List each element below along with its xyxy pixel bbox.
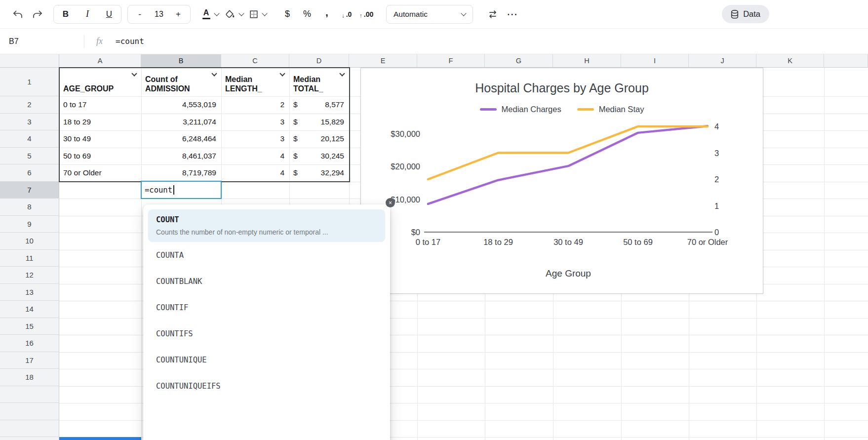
autocomplete-item[interactable]: COUNTUNIQUEIFS: [148, 373, 385, 399]
number-format-select[interactable]: Automatic: [386, 5, 473, 24]
row-header-13[interactable]: 13: [0, 284, 59, 301]
table-cell-median-length[interactable]: 4: [221, 164, 289, 182]
table-header-cell[interactable]: Count ofADMISSION: [141, 68, 221, 96]
underline-button[interactable]: U: [98, 5, 120, 23]
redo-button[interactable]: [28, 5, 47, 23]
row-header-11[interactable]: 11: [0, 250, 59, 267]
autocomplete-item[interactable]: COUNTBLANK: [148, 268, 385, 294]
chevron-down-icon[interactable]: [279, 71, 285, 76]
increase-font-size-button[interactable]: +: [167, 5, 189, 23]
table-cell-admissions[interactable]: 8,461,037: [141, 148, 221, 165]
currency-symbol: $: [293, 168, 298, 177]
currency-format-button[interactable]: $: [277, 5, 297, 23]
column-header-E[interactable]: E: [349, 54, 417, 68]
column-header-I[interactable]: I: [621, 54, 689, 68]
active-cell[interactable]: =count: [141, 181, 222, 199]
percent-format-button[interactable]: %: [297, 5, 317, 23]
borders-button[interactable]: [248, 5, 268, 23]
row-header-5[interactable]: 5: [0, 148, 59, 165]
table-cell-median-total[interactable]: $15,829: [289, 114, 349, 131]
font-size-value[interactable]: 13: [151, 10, 167, 19]
table-cell-median-total[interactable]: $32,294: [289, 164, 349, 182]
bold-button[interactable]: B: [55, 5, 77, 23]
row-header-blank: [0, 386, 59, 403]
chevron-down-icon[interactable]: [211, 71, 217, 76]
fill-color-button[interactable]: [224, 5, 244, 23]
column-header-G[interactable]: G: [485, 54, 553, 68]
function-name: COUNT: [156, 215, 377, 224]
decrease-decimals-button[interactable]: ↓ .0: [337, 5, 356, 23]
table-cell-median-total[interactable]: $8,577: [289, 96, 349, 114]
chevron-down-icon[interactable]: [339, 71, 345, 76]
table-cell-admissions[interactable]: 3,211,074: [141, 114, 221, 131]
autocomplete-item[interactable]: COUNTIFS: [148, 320, 385, 347]
currency-value: 30,245: [321, 152, 344, 160]
table-cell-age-group[interactable]: 30 to 49: [59, 130, 141, 148]
table-header-cell[interactable]: MedianLENGTH_: [221, 68, 289, 96]
column-header-C[interactable]: C: [221, 54, 289, 68]
autocomplete-item[interactable]: COUNTA: [148, 242, 385, 268]
increase-decimals-button[interactable]: ↑ .00: [356, 5, 376, 23]
close-icon[interactable]: ×: [386, 198, 395, 207]
column-header-B[interactable]: B: [141, 54, 221, 68]
row-header-3[interactable]: 3: [0, 114, 59, 131]
chevron-down-icon[interactable]: [131, 71, 137, 76]
autocomplete-item-selected[interactable]: COUNT Counts the number of non-empty num…: [148, 209, 385, 242]
row-header-15[interactable]: 15: [0, 318, 59, 335]
italic-button[interactable]: I: [77, 5, 98, 23]
table-cell-median-length[interactable]: 2: [221, 96, 289, 114]
chart-panel[interactable]: Hospital Charges by Age Group Median Cha…: [360, 68, 763, 294]
currency-value: 15,829: [321, 118, 344, 126]
arrow-up-icon: ↑: [359, 12, 362, 19]
table-header-cell[interactable]: MedianTOTAL_: [289, 68, 349, 96]
column-header-J[interactable]: J: [689, 54, 756, 68]
table-cell-admissions[interactable]: 8,719,789: [141, 164, 221, 182]
row-header-17[interactable]: 17: [0, 352, 59, 369]
row-header-10[interactable]: 10: [0, 233, 59, 250]
column-header-H[interactable]: H: [553, 54, 621, 68]
row-header-14[interactable]: 14: [0, 301, 59, 318]
thousands-separator-button[interactable]: ,: [317, 5, 337, 23]
row-header-4[interactable]: 4: [0, 130, 59, 148]
table-cell-median-length[interactable]: 3: [221, 130, 289, 148]
table-cell-age-group[interactable]: 0 to 17: [59, 96, 141, 114]
cell-reference[interactable]: B7: [0, 37, 84, 46]
row-header-2[interactable]: 2: [0, 96, 59, 114]
table-cell-median-length[interactable]: 3: [221, 114, 289, 131]
undo-button[interactable]: [8, 5, 28, 23]
table-header-cell[interactable]: AGE_GROUP: [59, 68, 141, 96]
convert-button[interactable]: [483, 5, 503, 23]
row-header-6[interactable]: 6: [0, 164, 59, 182]
row-header-16[interactable]: 16: [0, 335, 59, 352]
column-header-K[interactable]: K: [756, 54, 824, 68]
data-button[interactable]: Data: [722, 5, 769, 23]
autocomplete-item[interactable]: COUNTIF: [148, 294, 385, 320]
decrease-font-size-button[interactable]: -: [129, 5, 151, 23]
row-header-1[interactable]: 1: [0, 68, 59, 96]
table-cell-age-group[interactable]: 70 or Older: [59, 164, 141, 182]
row-header-8[interactable]: 8: [0, 199, 59, 216]
more-options-button[interactable]: ⋯: [503, 5, 522, 23]
text-color-button[interactable]: A: [200, 5, 220, 23]
autocomplete-item[interactable]: COUNTUNIQUE: [148, 347, 385, 373]
formula-input[interactable]: =count: [116, 37, 868, 46]
row-header-18[interactable]: 18: [0, 369, 59, 386]
left-axis-tick-label: $30,000: [391, 129, 420, 138]
function-description: Counts the number of non-empty numeric o…: [156, 228, 377, 236]
table-cell-admissions[interactable]: 4,553,019: [141, 96, 221, 114]
table-cell-median-total[interactable]: $20,125: [289, 130, 349, 148]
row-header-9[interactable]: 9: [0, 216, 59, 233]
table-cell-median-length[interactable]: 4: [221, 148, 289, 165]
table-cell-age-group[interactable]: 50 to 69: [59, 148, 141, 165]
table-cell-admissions[interactable]: 6,248,464: [141, 130, 221, 148]
x-axis-title: Age Group: [546, 268, 591, 279]
selection-indicator-strip: [59, 437, 141, 440]
table-cell-median-total[interactable]: $30,245: [289, 148, 349, 165]
row-header-12[interactable]: 12: [0, 267, 59, 284]
sheet-grid[interactable]: Hospital Charges by Age Group Median Cha…: [0, 54, 868, 440]
table-cell-age-group[interactable]: 18 to 29: [59, 114, 141, 131]
row-header-7[interactable]: 7: [0, 182, 59, 199]
column-header-A[interactable]: A: [59, 54, 141, 68]
column-header-D[interactable]: D: [289, 54, 349, 68]
column-header-F[interactable]: F: [417, 54, 485, 68]
